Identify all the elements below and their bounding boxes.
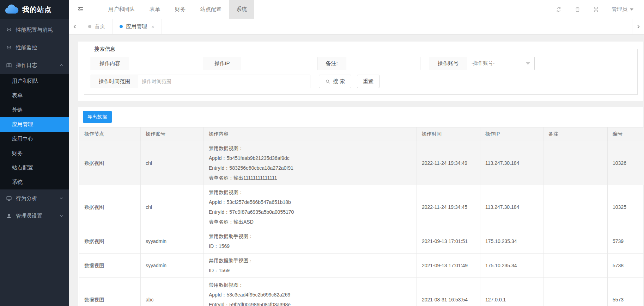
close-icon[interactable]: × — [151, 24, 154, 30]
reset-button[interactable]: 重置 — [357, 75, 379, 88]
search-button-label: 搜 索 — [333, 78, 345, 85]
sidebar-submenu-item[interactable]: 应用管理 — [0, 117, 69, 132]
topnav-item[interactable]: 站点配置 — [193, 0, 229, 19]
collapse-menu-icon[interactable] — [69, 0, 92, 19]
trash-icon[interactable] — [575, 6, 581, 12]
tab-label: 首页 — [95, 23, 105, 30]
sidebar-submenu-label: 外链 — [12, 107, 23, 113]
operation-ip-input[interactable] — [241, 57, 307, 70]
operation-log-table: 操作节点 操作账号 操作内容 操作时间 操作IP 备注 — [79, 127, 644, 306]
table-row[interactable]: 数据视图 chl 禁用数据视图： AppId：53cf257de566b547a… — [79, 185, 644, 229]
sidebar-item-label: 操作日志 — [16, 62, 37, 69]
table-body: 数据视图 chl 禁用数据视图： AppId：5b451feab9b21235d… — [79, 141, 644, 306]
sidebar-submenu-item[interactable]: 表单 — [0, 88, 69, 103]
signal-icon — [6, 44, 12, 51]
topnav-item-label: 用户和团队 — [108, 6, 135, 13]
cell-operation-node: 数据视图 — [79, 278, 141, 306]
sidebar-submenu-label: 系统 — [12, 179, 23, 186]
cell-id: 10326 — [608, 141, 644, 185]
app-root: 我的站点 性能配置与消耗 — [0, 0, 644, 306]
cell-remark — [543, 141, 608, 185]
column-header[interactable]: 操作节点 — [79, 127, 141, 141]
remark-input[interactable] — [346, 57, 420, 70]
chevron-down-icon — [526, 62, 530, 65]
sidebar-submenu-label: 用户和团队 — [12, 78, 38, 85]
user-icon — [6, 213, 12, 219]
cell-id: 5573 — [608, 278, 644, 306]
operation-account-select[interactable]: -操作账号- — [467, 57, 534, 70]
sidebar-item-operation-log[interactable]: 操作日志 — [0, 56, 69, 74]
sidebar-submenu-item[interactable]: 应用中心 — [0, 132, 69, 146]
operation-content-input[interactable] — [129, 57, 195, 70]
sidebar-item-behavior-analysis[interactable]: 行为分析 — [0, 189, 69, 207]
tab-app-management[interactable]: 应用管理 × — [113, 19, 162, 34]
sidebar-submenu-item[interactable]: 系统 — [0, 175, 69, 189]
export-data-button[interactable]: 导出数据 — [83, 111, 112, 123]
sidebar-item-label: 性能监控 — [16, 44, 37, 51]
cell-remark — [543, 185, 608, 229]
topnav-item-label: 系统 — [236, 6, 247, 13]
topnav-item[interactable]: 系统 — [229, 0, 254, 19]
search-panel: 搜索信息 操作内容 操作IP 备注: — [78, 42, 643, 101]
content-area: 搜索信息 操作内容 操作IP 备注: — [69, 35, 644, 306]
column-header[interactable]: 操作内容 — [204, 127, 417, 141]
column-header[interactable]: 备注 — [543, 127, 608, 141]
column-header[interactable]: 操作IP — [480, 127, 543, 141]
sidebar-submenu-item[interactable]: 用户和团队 — [0, 74, 69, 88]
table-row[interactable]: 数据视图 syyadmin 禁用数据助手视图： ID：1569 2021-09-… — [79, 229, 644, 254]
search-icon — [325, 79, 330, 84]
fullscreen-icon[interactable] — [593, 7, 599, 12]
sidebar-submenu-item[interactable]: 外链 — [0, 103, 69, 117]
cell-id: 5738 — [608, 254, 644, 278]
cell-id: 5739 — [608, 229, 644, 254]
topnav-item-label: 财务 — [175, 6, 186, 13]
topnav-item[interactable]: 用户和团队 — [101, 0, 142, 19]
remark-label: 备注: — [317, 57, 346, 70]
search-legend: 搜索信息 — [91, 46, 118, 52]
operation-content-label: 操作内容 — [91, 57, 129, 70]
sidebar-item[interactable]: 性能配置与消耗 — [0, 21, 69, 39]
top-navbar: 用户和团队 表单 财务 站点配置 系统 — [69, 0, 644, 19]
cell-operation-node: 数据视图 — [79, 254, 141, 278]
cell-operation-ip: 113.247.30.184 — [480, 185, 543, 229]
cell-operation-node: 数据视图 — [79, 141, 141, 185]
reset-button-label: 重置 — [363, 78, 373, 85]
column-header[interactable]: 操作账号 — [141, 127, 204, 141]
cell-remark — [543, 254, 608, 278]
cell-operation-time: 2022-11-24 19:34:45 — [417, 185, 480, 229]
operation-account-group: 操作账号 -操作账号- — [429, 57, 535, 70]
table-row[interactable]: 数据视图 chl 禁用数据视图： AppId：5b451feab9b21235d… — [79, 141, 644, 185]
operation-ip-group: 操作IP — [203, 57, 307, 70]
sidebar-submenu-item[interactable]: 财务 — [0, 146, 69, 161]
user-menu[interactable]: 管理员 — [612, 6, 633, 13]
sidebar-item-admin-settings[interactable]: 管理员设置 — [0, 207, 69, 225]
cell-operation-ip: 113.247.30.184 — [480, 141, 543, 185]
sidebar-submenu-item[interactable]: 站点配置 — [0, 161, 69, 175]
table-row[interactable]: 数据视图 abc 禁用数据视图： AppId：53c3ead4f95c2b699… — [79, 278, 644, 306]
column-header[interactable]: 编号 — [608, 127, 644, 141]
tab-bar: 首页 应用管理 × — [69, 19, 644, 35]
cell-operation-content: 禁用数据助手视图： ID：1569 — [204, 229, 417, 254]
refresh-icon[interactable] — [555, 6, 562, 13]
book-icon — [6, 62, 12, 68]
brand-title: 我的站点 — [22, 5, 52, 14]
signal-icon — [6, 27, 12, 33]
sidebar-item[interactable]: 性能监控 — [0, 39, 69, 56]
cell-operation-ip: 175.10.235.34 — [480, 254, 543, 278]
tabs-scroll-left-icon[interactable] — [69, 19, 81, 34]
time-range-input[interactable] — [138, 75, 310, 88]
sidebar-item-label: 管理员设置 — [16, 213, 42, 219]
topnav-item[interactable]: 表单 — [142, 0, 168, 19]
tab-home[interactable]: 首页 — [81, 19, 113, 34]
time-range-group: 操作时间范围 — [91, 75, 310, 88]
table-row[interactable]: 数据视图 syyadmin 禁用数据助手视图： ID：1569 2021-09-… — [79, 254, 644, 278]
cell-operation-account: chl — [141, 185, 204, 229]
brand-logo[interactable]: 我的站点 — [0, 0, 69, 19]
search-button[interactable]: 搜 索 — [319, 75, 351, 88]
tabs-scroll-right-icon[interactable] — [632, 19, 644, 34]
column-header[interactable]: 操作时间 — [417, 127, 480, 141]
main-column: 用户和团队 表单 财务 站点配置 系统 — [69, 0, 644, 306]
cell-remark — [543, 229, 608, 254]
topnav-item[interactable]: 财务 — [168, 0, 193, 19]
chevron-down-icon — [59, 214, 63, 218]
